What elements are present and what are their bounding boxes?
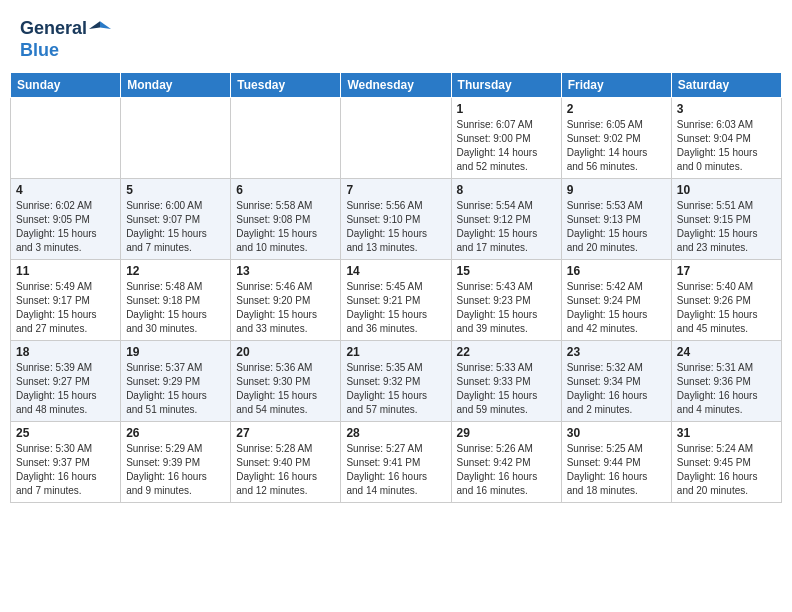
day-info: Sunrise: 5:51 AM Sunset: 9:15 PM Dayligh… [677,199,776,255]
day-number: 25 [16,426,115,440]
calendar-cell: 16Sunrise: 5:42 AM Sunset: 9:24 PM Dayli… [561,259,671,340]
svg-marker-0 [100,21,111,29]
col-header-friday: Friday [561,72,671,97]
day-info: Sunrise: 5:42 AM Sunset: 9:24 PM Dayligh… [567,280,666,336]
calendar-table: SundayMondayTuesdayWednesdayThursdayFrid… [10,72,782,503]
day-number: 18 [16,345,115,359]
day-number: 15 [457,264,556,278]
calendar-cell: 14Sunrise: 5:45 AM Sunset: 9:21 PM Dayli… [341,259,451,340]
calendar-cell: 30Sunrise: 5:25 AM Sunset: 9:44 PM Dayli… [561,421,671,502]
day-info: Sunrise: 5:25 AM Sunset: 9:44 PM Dayligh… [567,442,666,498]
day-info: Sunrise: 5:37 AM Sunset: 9:29 PM Dayligh… [126,361,225,417]
calendar-cell: 5Sunrise: 6:00 AM Sunset: 9:07 PM Daylig… [121,178,231,259]
calendar-cell: 8Sunrise: 5:54 AM Sunset: 9:12 PM Daylig… [451,178,561,259]
day-info: Sunrise: 5:49 AM Sunset: 9:17 PM Dayligh… [16,280,115,336]
day-number: 20 [236,345,335,359]
calendar-cell: 1Sunrise: 6:07 AM Sunset: 9:00 PM Daylig… [451,97,561,178]
col-header-wednesday: Wednesday [341,72,451,97]
day-info: Sunrise: 5:54 AM Sunset: 9:12 PM Dayligh… [457,199,556,255]
day-number: 17 [677,264,776,278]
day-number: 26 [126,426,225,440]
day-number: 7 [346,183,445,197]
day-info: Sunrise: 5:39 AM Sunset: 9:27 PM Dayligh… [16,361,115,417]
calendar-cell: 12Sunrise: 5:48 AM Sunset: 9:18 PM Dayli… [121,259,231,340]
calendar-cell: 23Sunrise: 5:32 AM Sunset: 9:34 PM Dayli… [561,340,671,421]
day-number: 13 [236,264,335,278]
logo-bird-icon [89,18,111,40]
col-header-monday: Monday [121,72,231,97]
day-number: 6 [236,183,335,197]
day-number: 3 [677,102,776,116]
day-number: 14 [346,264,445,278]
calendar-week-2: 4Sunrise: 6:02 AM Sunset: 9:05 PM Daylig… [11,178,782,259]
calendar-cell [341,97,451,178]
page-header: General Blue [10,10,782,66]
calendar-cell: 31Sunrise: 5:24 AM Sunset: 9:45 PM Dayli… [671,421,781,502]
day-number: 31 [677,426,776,440]
day-number: 1 [457,102,556,116]
calendar-cell [121,97,231,178]
day-info: Sunrise: 6:00 AM Sunset: 9:07 PM Dayligh… [126,199,225,255]
day-number: 12 [126,264,225,278]
day-number: 19 [126,345,225,359]
calendar-cell: 27Sunrise: 5:28 AM Sunset: 9:40 PM Dayli… [231,421,341,502]
day-number: 23 [567,345,666,359]
calendar-cell: 29Sunrise: 5:26 AM Sunset: 9:42 PM Dayli… [451,421,561,502]
calendar-cell [231,97,341,178]
day-number: 22 [457,345,556,359]
day-info: Sunrise: 5:28 AM Sunset: 9:40 PM Dayligh… [236,442,335,498]
day-number: 30 [567,426,666,440]
day-number: 2 [567,102,666,116]
calendar-cell: 21Sunrise: 5:35 AM Sunset: 9:32 PM Dayli… [341,340,451,421]
calendar-cell: 25Sunrise: 5:30 AM Sunset: 9:37 PM Dayli… [11,421,121,502]
day-info: Sunrise: 5:35 AM Sunset: 9:32 PM Dayligh… [346,361,445,417]
day-number: 10 [677,183,776,197]
day-info: Sunrise: 5:24 AM Sunset: 9:45 PM Dayligh… [677,442,776,498]
calendar-cell [11,97,121,178]
calendar-cell: 15Sunrise: 5:43 AM Sunset: 9:23 PM Dayli… [451,259,561,340]
calendar-cell: 2Sunrise: 6:05 AM Sunset: 9:02 PM Daylig… [561,97,671,178]
day-number: 28 [346,426,445,440]
logo: General Blue [20,18,111,62]
day-info: Sunrise: 5:29 AM Sunset: 9:39 PM Dayligh… [126,442,225,498]
day-number: 29 [457,426,556,440]
day-info: Sunrise: 5:48 AM Sunset: 9:18 PM Dayligh… [126,280,225,336]
calendar-cell: 24Sunrise: 5:31 AM Sunset: 9:36 PM Dayli… [671,340,781,421]
calendar-cell: 18Sunrise: 5:39 AM Sunset: 9:27 PM Dayli… [11,340,121,421]
calendar-cell: 10Sunrise: 5:51 AM Sunset: 9:15 PM Dayli… [671,178,781,259]
day-info: Sunrise: 6:03 AM Sunset: 9:04 PM Dayligh… [677,118,776,174]
day-info: Sunrise: 5:40 AM Sunset: 9:26 PM Dayligh… [677,280,776,336]
calendar-cell: 4Sunrise: 6:02 AM Sunset: 9:05 PM Daylig… [11,178,121,259]
day-info: Sunrise: 5:56 AM Sunset: 9:10 PM Dayligh… [346,199,445,255]
day-number: 5 [126,183,225,197]
day-info: Sunrise: 5:43 AM Sunset: 9:23 PM Dayligh… [457,280,556,336]
logo-blue: Blue [20,40,111,62]
calendar-week-5: 25Sunrise: 5:30 AM Sunset: 9:37 PM Dayli… [11,421,782,502]
day-info: Sunrise: 6:02 AM Sunset: 9:05 PM Dayligh… [16,199,115,255]
calendar-header-row: SundayMondayTuesdayWednesdayThursdayFrid… [11,72,782,97]
calendar-cell: 28Sunrise: 5:27 AM Sunset: 9:41 PM Dayli… [341,421,451,502]
calendar-week-1: 1Sunrise: 6:07 AM Sunset: 9:00 PM Daylig… [11,97,782,178]
day-info: Sunrise: 6:07 AM Sunset: 9:00 PM Dayligh… [457,118,556,174]
col-header-sunday: Sunday [11,72,121,97]
calendar-cell: 13Sunrise: 5:46 AM Sunset: 9:20 PM Dayli… [231,259,341,340]
day-number: 21 [346,345,445,359]
day-info: Sunrise: 5:30 AM Sunset: 9:37 PM Dayligh… [16,442,115,498]
calendar-week-3: 11Sunrise: 5:49 AM Sunset: 9:17 PM Dayli… [11,259,782,340]
day-number: 8 [457,183,556,197]
day-number: 27 [236,426,335,440]
day-number: 11 [16,264,115,278]
day-info: Sunrise: 5:45 AM Sunset: 9:21 PM Dayligh… [346,280,445,336]
calendar-cell: 20Sunrise: 5:36 AM Sunset: 9:30 PM Dayli… [231,340,341,421]
day-number: 16 [567,264,666,278]
calendar-cell: 19Sunrise: 5:37 AM Sunset: 9:29 PM Dayli… [121,340,231,421]
calendar-cell: 11Sunrise: 5:49 AM Sunset: 9:17 PM Dayli… [11,259,121,340]
calendar-cell: 7Sunrise: 5:56 AM Sunset: 9:10 PM Daylig… [341,178,451,259]
day-info: Sunrise: 6:05 AM Sunset: 9:02 PM Dayligh… [567,118,666,174]
day-info: Sunrise: 5:27 AM Sunset: 9:41 PM Dayligh… [346,442,445,498]
day-info: Sunrise: 5:53 AM Sunset: 9:13 PM Dayligh… [567,199,666,255]
calendar-cell: 17Sunrise: 5:40 AM Sunset: 9:26 PM Dayli… [671,259,781,340]
day-info: Sunrise: 5:58 AM Sunset: 9:08 PM Dayligh… [236,199,335,255]
day-number: 24 [677,345,776,359]
day-number: 9 [567,183,666,197]
